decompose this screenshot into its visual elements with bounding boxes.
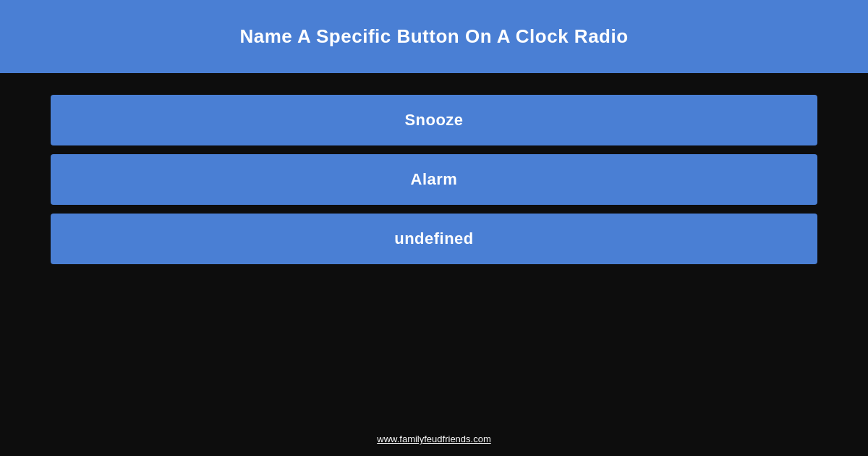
footer-url: www.familyfeudfriends.com <box>377 434 491 444</box>
answer-label-3: undefined <box>394 229 474 248</box>
answer-button-1[interactable]: Snooze <box>51 95 817 145</box>
answer-button-2[interactable]: Alarm <box>51 154 817 205</box>
answer-button-3[interactable]: undefined <box>51 214 817 264</box>
answers-container: SnoozeAlarmundefined <box>0 73 868 421</box>
answer-label-1: Snooze <box>404 111 463 129</box>
answer-label-2: Alarm <box>411 170 458 188</box>
page-header: Name A Specific Button On A Clock Radio <box>0 0 868 73</box>
page-footer: www.familyfeudfriends.com <box>0 421 868 456</box>
page-title: Name A Specific Button On A Clock Radio <box>14 25 854 48</box>
